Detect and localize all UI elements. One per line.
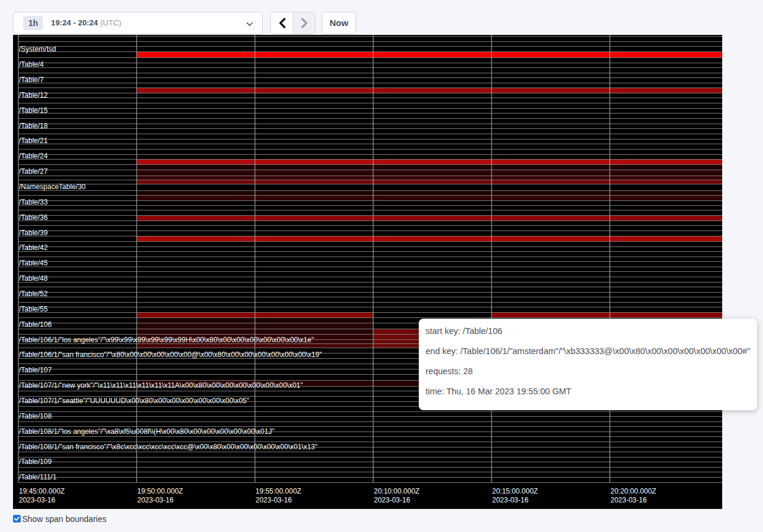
svg-text:19:45:00.000Z: 19:45:00.000Z bbox=[19, 487, 64, 495]
svg-text:/Table/107/1/"seattle"/"UUUUUU: /Table/107/1/"seattle"/"UUUUUUD\x00\x80\… bbox=[19, 397, 249, 405]
svg-text:/Table/21: /Table/21 bbox=[19, 137, 48, 145]
svg-text:/Table/106: /Table/106 bbox=[19, 320, 52, 329]
svg-text:2023-03-16: 2023-03-16 bbox=[492, 496, 529, 504]
svg-text:/Table/4: /Table/4 bbox=[19, 60, 44, 69]
svg-text:2023-03-16: 2023-03-16 bbox=[610, 496, 647, 504]
svg-text:/Table/39: /Table/39 bbox=[19, 229, 48, 237]
svg-text:/Table/106/1/"los angeles"/"\x: /Table/106/1/"los angeles"/"\x99\x99\x99… bbox=[19, 336, 314, 344]
svg-text:/Table/106/1/"san francisco"/": /Table/106/1/"san francisco"/"\x80\x00\x… bbox=[19, 351, 322, 359]
svg-text:/Table/12: /Table/12 bbox=[19, 91, 48, 99]
svg-text:/Table/45: /Table/45 bbox=[19, 259, 48, 267]
svg-text:2023-03-16: 2023-03-16 bbox=[19, 496, 56, 504]
svg-text:/Table/108/1/"san francisco"/": /Table/108/1/"san francisco"/"\x8c\xcc\x… bbox=[19, 443, 318, 451]
svg-text:/Table/42: /Table/42 bbox=[19, 244, 48, 252]
svg-text:/Table/55: /Table/55 bbox=[19, 305, 48, 313]
svg-text:/Table/7: /Table/7 bbox=[19, 76, 44, 84]
svg-text:/Table/111/1: /Table/111/1 bbox=[19, 473, 57, 481]
svg-text:/Table/36: /Table/36 bbox=[19, 213, 48, 222]
svg-text:/NamespaceTable/30: /NamespaceTable/30 bbox=[19, 183, 86, 191]
svg-text:/Table/52: /Table/52 bbox=[19, 290, 48, 298]
svg-text:19:55:00.000Z: 19:55:00.000Z bbox=[256, 487, 301, 495]
svg-text:/Table/107/1/"new york"/"\x11\: /Table/107/1/"new york"/"\x11\x11\x11\x1… bbox=[19, 381, 303, 390]
svg-text:/Table/108/1/"los angeles"/"\x: /Table/108/1/"los angeles"/"\xa8\xf5\u00… bbox=[19, 427, 274, 436]
svg-text:/System/tsd: /System/tsd bbox=[19, 45, 56, 53]
svg-text:/Table/48: /Table/48 bbox=[19, 274, 48, 283]
svg-text:/Table/18: /Table/18 bbox=[19, 122, 48, 130]
svg-text:/Table/107: /Table/107 bbox=[19, 366, 52, 374]
svg-text:/Table/108: /Table/108 bbox=[19, 412, 52, 420]
svg-text:/Table/24: /Table/24 bbox=[19, 152, 48, 160]
svg-text:20:10:00.000Z: 20:10:00.000Z bbox=[374, 487, 419, 495]
svg-text:2023-03-16: 2023-03-16 bbox=[256, 496, 292, 504]
svg-text:19:50:00.000Z: 19:50:00.000Z bbox=[137, 487, 183, 495]
svg-text:/Table/15: /Table/15 bbox=[19, 106, 48, 115]
svg-text:20:20:00.000Z: 20:20:00.000Z bbox=[610, 487, 656, 495]
svg-text:2023-03-16: 2023-03-16 bbox=[374, 496, 410, 504]
svg-text:2023-03-16: 2023-03-16 bbox=[137, 496, 174, 504]
svg-text:/Table/33: /Table/33 bbox=[19, 198, 48, 206]
svg-text:/Table/27: /Table/27 bbox=[19, 167, 48, 176]
svg-text:20:15:00.000Z: 20:15:00.000Z bbox=[492, 487, 538, 495]
svg-text:/Table/109: /Table/109 bbox=[19, 458, 52, 466]
